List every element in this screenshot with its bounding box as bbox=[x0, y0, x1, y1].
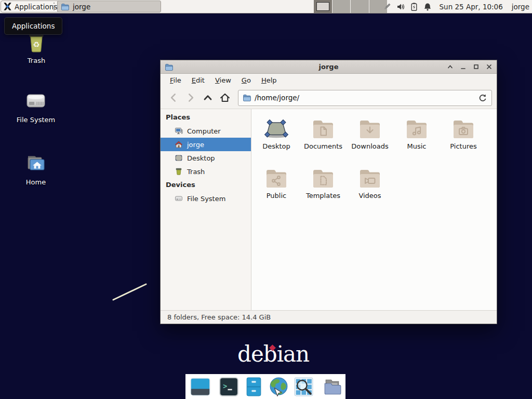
application-finder-icon[interactable] bbox=[293, 376, 314, 397]
username-label[interactable]: jorge bbox=[512, 3, 529, 11]
top-panel: Applications jorge bbox=[0, 0, 532, 14]
sidebar-item-jorge[interactable]: jorge bbox=[161, 138, 251, 151]
workspace-3[interactable] bbox=[351, 0, 369, 13]
file-manager-folder-icon[interactable] bbox=[322, 376, 343, 397]
sidebar-item-label: File System bbox=[187, 195, 225, 203]
computer-icon bbox=[175, 127, 183, 135]
window-titlebar[interactable]: jorge bbox=[161, 60, 497, 74]
terminal-icon[interactable]: > bbox=[218, 376, 240, 397]
close-button[interactable] bbox=[486, 63, 493, 70]
window-folder-icon bbox=[165, 63, 215, 71]
menu-go[interactable]: Go bbox=[236, 75, 256, 86]
music-folder-icon bbox=[404, 116, 429, 141]
folder-item-videos[interactable]: Videos bbox=[347, 163, 393, 212]
desktop-icon bbox=[175, 154, 183, 162]
svg-text:♻: ♻ bbox=[33, 40, 39, 49]
sidebar-item-file-system[interactable]: File System bbox=[161, 192, 251, 205]
menu-file[interactable]: File bbox=[165, 75, 187, 86]
folder-item-desktop[interactable]: Desktop bbox=[253, 113, 300, 163]
window-title: jorge bbox=[215, 63, 443, 71]
path-input[interactable] bbox=[255, 94, 474, 102]
shade-button[interactable] bbox=[447, 63, 454, 70]
drive-icon bbox=[23, 88, 48, 113]
svg-text:>: > bbox=[223, 382, 227, 390]
system-tray: Sun 25 Apr, 10:06 jorge bbox=[383, 0, 530, 13]
clock[interactable]: Sun 25 Apr, 10:06 bbox=[440, 3, 503, 11]
xfce-logo-icon bbox=[3, 2, 12, 11]
stray-drawn-line bbox=[109, 281, 151, 304]
desktop-icon-label: File System bbox=[11, 116, 61, 124]
menu-help[interactable]: Help bbox=[256, 75, 282, 86]
sidebar-header-places: Places bbox=[161, 111, 251, 124]
sidebar-item-label: jorge bbox=[187, 141, 204, 149]
desktop-icon-file-system[interactable]: File System bbox=[11, 88, 61, 124]
folder-item-music[interactable]: Music bbox=[393, 113, 440, 163]
menu-edit[interactable]: Edit bbox=[187, 75, 210, 86]
panel-drag-handle[interactable] bbox=[54, 3, 56, 10]
toolbar bbox=[161, 87, 497, 109]
window-controls bbox=[443, 63, 493, 70]
folder-item-downloads[interactable]: Downloads bbox=[347, 113, 393, 163]
folder-label: Music bbox=[393, 142, 440, 150]
reload-icon[interactable] bbox=[477, 93, 487, 103]
up-button[interactable] bbox=[200, 90, 216, 106]
menu-view[interactable]: View bbox=[210, 75, 236, 86]
folder-label: Downloads bbox=[347, 142, 393, 150]
applications-tooltip: Applications bbox=[4, 17, 62, 35]
sidebar-item-desktop[interactable]: Desktop bbox=[161, 151, 251, 165]
folder-label: Templates bbox=[300, 192, 347, 200]
sidebar-header-devices: Devices bbox=[161, 178, 251, 192]
sidebar-item-computer[interactable]: Computer bbox=[161, 124, 251, 138]
desktop-icon-label: Trash bbox=[11, 57, 61, 64]
workspace-window-preview bbox=[316, 2, 329, 11]
desktop-icon-home[interactable]: Home bbox=[11, 151, 61, 186]
folder-item-documents[interactable]: Documents bbox=[300, 113, 347, 163]
pictures-folder-icon bbox=[451, 116, 476, 141]
back-button[interactable] bbox=[165, 90, 181, 106]
path-folder-icon bbox=[243, 94, 251, 102]
videos-folder-icon bbox=[357, 165, 382, 190]
desktop-surface-icon bbox=[264, 116, 289, 141]
workspace-1[interactable] bbox=[314, 0, 332, 13]
applications-menu-label: Applications bbox=[15, 3, 57, 11]
web-browser-globe-icon[interactable] bbox=[268, 376, 289, 397]
folder-item-templates[interactable]: Templates bbox=[300, 163, 347, 212]
volume-icon[interactable] bbox=[396, 3, 405, 11]
bell-icon[interactable] bbox=[423, 3, 432, 11]
templates-folder-icon bbox=[311, 165, 336, 190]
show-desktop-icon[interactable] bbox=[190, 376, 211, 397]
downloads-folder-icon bbox=[357, 116, 382, 141]
maximize-button[interactable] bbox=[473, 63, 480, 70]
sidebar: Places Computer jorge bbox=[161, 109, 251, 310]
sidebar-item-label: Computer bbox=[187, 127, 221, 135]
pen-icon[interactable] bbox=[383, 3, 391, 11]
minimize-button[interactable] bbox=[460, 63, 467, 70]
drive-icon bbox=[175, 194, 183, 203]
menu-bar: File Edit View Go Help bbox=[161, 74, 497, 87]
sidebar-item-trash[interactable]: Trash bbox=[161, 165, 251, 178]
home-icon bbox=[175, 140, 183, 149]
sidebar-item-label: Desktop bbox=[187, 154, 215, 162]
folder-item-pictures[interactable]: Pictures bbox=[440, 113, 487, 163]
folder-label: Desktop bbox=[253, 142, 300, 150]
file-manager-window: jorge File Edit View Go Help bbox=[160, 60, 497, 324]
path-bar[interactable] bbox=[238, 90, 492, 106]
public-folder-icon bbox=[264, 165, 289, 190]
forward-button[interactable] bbox=[182, 90, 198, 106]
folder-item-public[interactable]: Public bbox=[253, 163, 300, 212]
file-cabinet-icon[interactable] bbox=[243, 376, 264, 397]
desktop-icon-label: Home bbox=[11, 178, 61, 186]
window-body: Places Computer jorge bbox=[161, 109, 497, 310]
status-bar: 8 folders, Free space: 14.4 GiB bbox=[161, 310, 497, 324]
taskbar-window-label: jorge bbox=[73, 3, 90, 11]
folder-label: Public bbox=[253, 192, 300, 200]
workspace-switcher bbox=[314, 0, 387, 13]
folder-label: Videos bbox=[347, 192, 393, 200]
debian-logo: debian bbox=[237, 341, 309, 368]
home-button[interactable] bbox=[217, 90, 233, 106]
trash-icon bbox=[175, 167, 183, 176]
sidebar-item-label: Trash bbox=[187, 168, 205, 176]
battery-icon[interactable] bbox=[410, 3, 418, 11]
workspace-2[interactable] bbox=[332, 0, 351, 13]
taskbar-window-button[interactable]: jorge bbox=[57, 1, 161, 12]
